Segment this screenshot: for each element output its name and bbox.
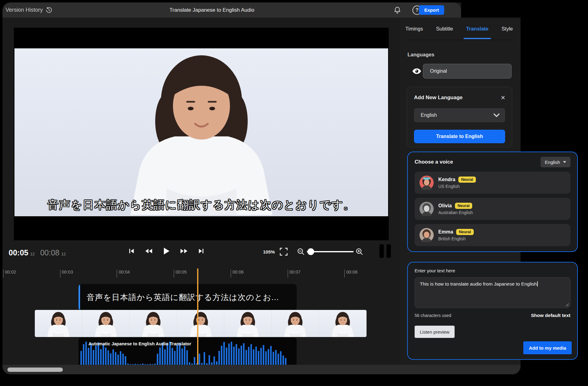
- export-button[interactable]: Export: [419, 5, 444, 15]
- thumbnail-person: [186, 311, 216, 337]
- ruler-tick: 00:02: [3, 270, 16, 278]
- subtitle-clip[interactable]: 音声を日本語から英語に翻訳する方法は次のとお...: [79, 284, 297, 311]
- play-button[interactable]: [163, 247, 170, 255]
- neural-badge: Neural: [456, 229, 474, 235]
- project-title: Translate Japanese to English Audio: [132, 7, 292, 13]
- timecode: 00:05 12 00:08 12: [9, 248, 66, 257]
- timeline-ruler[interactable]: 00:0200:0300:0400:0500:0600:0700:0800:09: [2, 269, 399, 279]
- fast-forward-button[interactable]: [180, 248, 188, 254]
- voice-accent: US English: [438, 184, 476, 189]
- languages-heading: Languages: [408, 52, 521, 58]
- panel-handle[interactable]: [379, 244, 391, 258]
- resize-handle-icon[interactable]: [565, 302, 569, 307]
- enter-text-card: Enter your text here This is how to tran…: [407, 262, 578, 360]
- panel-tabs: TimingsSubtitleTranslateStyle: [405, 18, 513, 40]
- video-canvas[interactable]: 音声を日本語から英語に翻訳する方法は次のとおりです。: [14, 28, 389, 240]
- playback-controls: 00:05 12 00:08 12: [2, 240, 399, 269]
- duration-frames: 12: [61, 252, 66, 256]
- listen-preview-button[interactable]: Listen preview: [415, 326, 455, 338]
- translate-to-english-button[interactable]: Translate to English: [414, 130, 505, 143]
- filmstrip-thumbnail: [319, 310, 367, 337]
- thumbnail-person: [280, 311, 310, 337]
- playhead[interactable]: [197, 268, 198, 365]
- close-icon[interactable]: ×: [501, 94, 505, 101]
- filmstrip-thumbnail: [272, 310, 319, 337]
- slider-knob[interactable]: [307, 248, 314, 255]
- voice-name: Kendra: [438, 177, 455, 182]
- original-language-row: Original: [399, 64, 521, 79]
- top-bar-actions: ?: [393, 2, 422, 18]
- voice-option-kendra[interactable]: Kendra Neural US English: [415, 172, 570, 194]
- video-person: [106, 50, 296, 216]
- version-history-label: Version History: [6, 7, 43, 13]
- ruler-tick: 00:06: [231, 270, 244, 278]
- tab-timings[interactable]: Timings: [405, 18, 424, 39]
- filmstrip-thumbnail: [130, 310, 177, 337]
- clip-left-handle[interactable]: [79, 284, 80, 311]
- add-language-title: Add New Language: [414, 95, 463, 101]
- language-dropdown[interactable]: English: [414, 108, 505, 122]
- thumbnail-person: [328, 311, 358, 337]
- zoom-out-icon[interactable]: [297, 248, 305, 256]
- voice-language-value: English: [545, 160, 560, 165]
- original-language-button[interactable]: Original: [423, 64, 512, 79]
- video-frame: 音声を日本語から英語に翻訳する方法は次のとおりです。: [14, 48, 388, 216]
- top-bar: Version History Translate Japanese to En…: [2, 2, 461, 18]
- transport-controls: [128, 247, 205, 255]
- horizontal-scrollbar[interactable]: [7, 368, 63, 372]
- voice-avatar: [420, 202, 434, 216]
- voice-accent: British English: [438, 236, 474, 241]
- top-right-spacer: [461, 2, 521, 18]
- neural-badge: Neural: [458, 177, 476, 183]
- ruler-tick: 00:07: [288, 270, 301, 278]
- history-icon: [46, 7, 52, 14]
- current-time: 00:05: [9, 248, 28, 257]
- zoom-controls: 105%: [263, 247, 363, 256]
- filmstrip-thumbnail: [82, 310, 130, 337]
- video-subtitle-overlay[interactable]: 音声を日本語から英語に翻訳する方法は次のとおりです。: [14, 197, 388, 213]
- video-clip-filmstrip[interactable]: [35, 310, 367, 337]
- play-icon: [163, 247, 170, 255]
- show-default-text-link[interactable]: Show default text: [531, 313, 570, 318]
- editor-area: 音声を日本語から英語に翻訳する方法は次のとおりです。 00:05 12 00:0…: [2, 18, 399, 365]
- subtitle-clip-text: 音声を日本語から英語に翻訳する方法は次のとお...: [87, 292, 279, 303]
- zoom-level: 105%: [263, 249, 279, 254]
- visibility-eye-icon[interactable]: [412, 67, 421, 75]
- neural-badge: Neural: [455, 203, 472, 209]
- notifications-bell-icon[interactable]: [393, 6, 401, 14]
- voice-list: Kendra Neural US English Olivia Neural A…: [415, 172, 570, 246]
- ruler-tick: 00:05: [174, 270, 187, 278]
- voice-avatar: [420, 176, 434, 190]
- filmstrip-thumbnail: [177, 310, 225, 337]
- text-input[interactable]: This is how to translate audio from Japa…: [415, 277, 570, 308]
- tab-style[interactable]: Style: [501, 18, 513, 39]
- audio-clip[interactable]: Automatic Japanese to English Audio Tran…: [79, 338, 297, 365]
- tab-subtitle[interactable]: Subtitle: [436, 18, 454, 39]
- thumbnail-person: [138, 311, 168, 337]
- rewind-button[interactable]: [145, 248, 153, 254]
- ruler-tick: 00:04: [117, 270, 130, 278]
- enter-text-heading: Enter your text here: [415, 268, 570, 273]
- tab-translate[interactable]: Translate: [465, 18, 489, 39]
- voice-option-olivia[interactable]: Olivia Neural Australian English: [415, 198, 570, 220]
- voice-language-dropdown[interactable]: English: [541, 157, 570, 167]
- fast-forward-icon: [180, 248, 188, 254]
- thumbnail-person: [43, 311, 73, 337]
- chevron-down-icon: [493, 113, 500, 117]
- voice-option-emma[interactable]: Emma Neural British English: [415, 224, 570, 246]
- fullscreen-icon[interactable]: [279, 247, 288, 256]
- add-to-my-media-button[interactable]: Add to my media: [523, 341, 572, 354]
- ruler-tick: 00:08: [344, 270, 357, 278]
- text-input-value: This is how to translate audio from Japa…: [420, 281, 537, 286]
- timeline-zoom-slider[interactable]: [307, 248, 354, 256]
- skip-to-end-button[interactable]: [198, 248, 205, 254]
- audio-clip-label: Automatic Japanese to English Audio Tran…: [88, 341, 191, 346]
- choose-voice-heading: Choose a voice: [415, 159, 453, 165]
- zoom-in-icon[interactable]: [355, 248, 363, 256]
- rewind-icon: [145, 248, 153, 254]
- text-cursor: [537, 281, 538, 286]
- version-history-button[interactable]: Version History: [6, 7, 52, 14]
- skip-end-icon: [198, 248, 205, 254]
- skip-to-start-button[interactable]: [128, 248, 135, 254]
- voice-avatar: [420, 228, 434, 242]
